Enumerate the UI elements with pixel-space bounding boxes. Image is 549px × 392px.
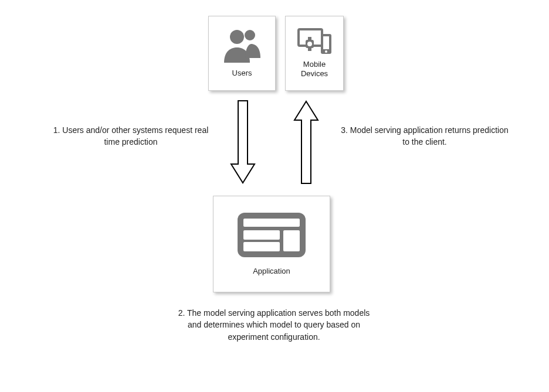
card-users: Users xyxy=(208,16,276,91)
svg-rect-5 xyxy=(308,48,311,51)
arrow-down xyxy=(230,100,256,185)
svg-rect-14 xyxy=(283,230,300,251)
card-mobile-devices: Mobile Devices xyxy=(285,16,344,91)
mobile-devices-icon xyxy=(296,27,333,55)
users-icon xyxy=(222,28,263,64)
svg-point-0 xyxy=(230,30,244,44)
caption-step-1: 1. Users and/or other systems request re… xyxy=(46,124,216,148)
arrow-up xyxy=(293,100,319,185)
svg-rect-4 xyxy=(308,37,311,40)
svg-rect-12 xyxy=(243,230,280,240)
card-users-label: Users xyxy=(232,69,252,78)
svg-point-9 xyxy=(325,50,327,53)
application-icon xyxy=(236,212,307,258)
svg-point-6 xyxy=(307,42,312,46)
svg-rect-13 xyxy=(243,242,280,251)
card-application-label: Application xyxy=(253,267,290,276)
svg-point-1 xyxy=(245,30,255,40)
caption-step-2: 2. The model serving application serves … xyxy=(172,307,375,343)
svg-rect-11 xyxy=(243,219,300,227)
svg-rect-8 xyxy=(323,36,329,49)
caption-step-3: 3. Model serving application returns pre… xyxy=(337,124,513,148)
card-application: Application xyxy=(213,196,330,292)
card-mobile-label: Mobile Devices xyxy=(301,60,328,79)
